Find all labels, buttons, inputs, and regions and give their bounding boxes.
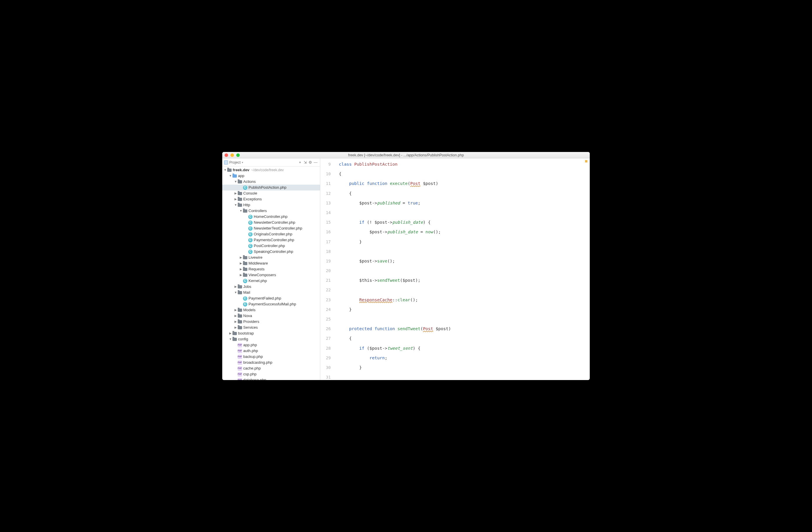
tree-node[interactable]: ▼Controllers	[222, 208, 320, 214]
chevron-down-icon[interactable]: ▼	[229, 336, 232, 342]
arrow-placeholder: ▶	[244, 214, 248, 220]
code-line[interactable]: {	[339, 169, 590, 179]
chevron-down-icon[interactable]: ▼	[223, 167, 227, 173]
tree-node[interactable]: ▶Requests	[222, 266, 320, 272]
chevron-right-icon[interactable]: ▶	[234, 313, 237, 319]
code-line[interactable]: class PublishPostAction	[339, 160, 590, 169]
code-line[interactable]: if (! $post->publish_date) {	[339, 218, 590, 227]
code-line[interactable]: }	[339, 305, 590, 314]
code-line[interactable]: {	[339, 189, 590, 198]
tree-node[interactable]: ▼Http	[222, 202, 320, 208]
chevron-right-icon[interactable]: ▶	[229, 330, 232, 336]
tree-node[interactable]: ▶ViewComposers	[222, 272, 320, 278]
tree-node[interactable]: ▶PHPcache.php	[222, 365, 320, 371]
chevron-down-icon[interactable]: ▼	[229, 173, 232, 179]
code-line[interactable]: $post->save();	[339, 256, 590, 266]
tree-node[interactable]: ▶Exceptions	[222, 196, 320, 202]
minimize-icon[interactable]	[230, 154, 234, 157]
chevron-right-icon[interactable]: ▶	[234, 190, 237, 196]
code-line[interactable]: protected function sendTweet(Post $post)	[339, 324, 590, 334]
code-line[interactable]	[339, 266, 590, 276]
line-number: 31	[320, 372, 331, 380]
tree-node[interactable]: ▶COriginalsController.php	[222, 231, 320, 237]
code-line[interactable]: return;	[339, 353, 590, 363]
tree-node[interactable]: ▶CNewsletterTestController.php	[222, 226, 320, 231]
tree-node[interactable]: ▼app	[222, 173, 320, 179]
tree-node[interactable]: ▶PHPbroadcasting.php	[222, 360, 320, 365]
code-line[interactable]: public function execute(Post $post)	[339, 179, 590, 188]
chevron-right-icon[interactable]: ▶	[234, 319, 237, 325]
tree-node-label: SpeakingController.php	[254, 249, 293, 255]
code-editor[interactable]: 9101112131415161718192021222324252627282…	[320, 158, 590, 380]
tree-node[interactable]: ▶CPaymentFailed.php	[222, 296, 320, 301]
tree-node[interactable]: ▶Models	[222, 307, 320, 313]
code-line[interactable]	[339, 247, 590, 256]
tree-node[interactable]: ▶Services	[222, 325, 320, 330]
chevron-right-icon[interactable]: ▶	[234, 325, 237, 330]
code-line[interactable]: $this->sendTweet($post);	[339, 276, 590, 285]
tree-node[interactable]: ▶CPaymentsController.php	[222, 237, 320, 243]
tree-node[interactable]: ▶Providers	[222, 319, 320, 325]
tree-node[interactable]: ▶Livewire	[222, 255, 320, 260]
code-line[interactable]: }	[339, 363, 590, 372]
tree-node[interactable]: ▶CNewsletterController.php	[222, 220, 320, 226]
chevron-down-icon[interactable]: ▼	[234, 290, 237, 296]
code-line[interactable]: $post->published = true;	[339, 198, 590, 208]
collapse-icon[interactable]: ⇲	[303, 160, 308, 165]
tree-node[interactable]: ▶CPublishPostAction.php	[222, 185, 320, 190]
tree-node[interactable]: ▼config	[222, 336, 320, 342]
tree-node[interactable]: ▶CKernel.php	[222, 278, 320, 284]
tree-node[interactable]: ▶PHPcsp.php	[222, 371, 320, 377]
tree-node[interactable]: ▶Jobs	[222, 284, 320, 290]
tree-node[interactable]: ▶CHomeController.php	[222, 214, 320, 220]
tree-node[interactable]: ▶CPostController.php	[222, 243, 320, 249]
minimize-panel-icon[interactable]: —	[313, 160, 318, 165]
code-line[interactable]: {	[339, 334, 590, 343]
chevron-right-icon[interactable]: ▶	[239, 272, 243, 278]
code-line[interactable]	[339, 372, 590, 380]
tree-node[interactable]: ▶bootstrap	[222, 330, 320, 336]
tree-node-label: app.php	[243, 342, 257, 348]
tree-node-label: PublishPostAction.php	[248, 185, 286, 190]
tree-node[interactable]: ▶CPaymentSuccessfulMail.php	[222, 301, 320, 307]
tree-node[interactable]: ▶PHPauth.php	[222, 348, 320, 354]
tree-node[interactable]: ▶Middleware	[222, 260, 320, 266]
code-line[interactable]	[339, 285, 590, 295]
chevron-right-icon[interactable]: ▶	[234, 307, 237, 313]
line-number: 29	[320, 353, 331, 363]
chevron-right-icon[interactable]: ▶	[239, 255, 243, 260]
tree-node[interactable]: ▶Nova	[222, 313, 320, 319]
folder-icon	[232, 174, 237, 178]
tree-node[interactable]: ▶PHPbackup.php	[222, 354, 320, 360]
code-line[interactable]	[339, 208, 590, 218]
tree-node[interactable]: ▶PHPdatabase.php	[222, 377, 320, 380]
chevron-down-icon[interactable]: ▼	[239, 208, 243, 214]
code-line[interactable]: if ($post->tweet_sent) {	[339, 344, 590, 353]
chevron-right-icon[interactable]: ▶	[234, 284, 237, 290]
tree-node[interactable]: ▼Actions	[222, 179, 320, 185]
project-selector[interactable]: Project ▾	[224, 160, 243, 164]
close-icon[interactable]	[224, 154, 228, 157]
gear-icon[interactable]: ⚙	[308, 160, 313, 165]
tree-root[interactable]: ▼freek.dev~/dev/code/freek.dev	[222, 167, 320, 173]
code-line[interactable]: $post->publish_date = now();	[339, 227, 590, 237]
tree-node-path: ~/dev/code/freek.dev	[251, 167, 284, 173]
tree-node-label: PaymentSuccessfulMail.php	[248, 301, 296, 307]
code-line[interactable]	[339, 314, 590, 324]
tree-node[interactable]: ▶Console	[222, 190, 320, 196]
project-tree[interactable]: ▼freek.dev~/dev/code/freek.dev▼app▼Actio…	[222, 167, 320, 380]
code-area[interactable]: class PublishPostAction{ public function…	[334, 158, 590, 380]
tree-node[interactable]: ▼Mail	[222, 290, 320, 296]
code-line[interactable]: ResponseCache::clear();	[339, 295, 590, 305]
locate-icon[interactable]: ⌖	[297, 160, 303, 165]
chevron-down-icon[interactable]: ▼	[234, 179, 237, 185]
chevron-right-icon[interactable]: ▶	[239, 266, 243, 272]
tree-node[interactable]: ▶CSpeakingController.php	[222, 249, 320, 255]
code-line[interactable]: }	[339, 237, 590, 247]
maximize-icon[interactable]	[236, 154, 240, 157]
chevron-right-icon[interactable]: ▶	[239, 260, 243, 266]
tree-node[interactable]: ▶PHPapp.php	[222, 342, 320, 348]
chevron-down-icon[interactable]: ▼	[234, 202, 237, 208]
chevron-right-icon[interactable]: ▶	[234, 196, 237, 202]
warning-marker-icon[interactable]	[585, 160, 588, 162]
